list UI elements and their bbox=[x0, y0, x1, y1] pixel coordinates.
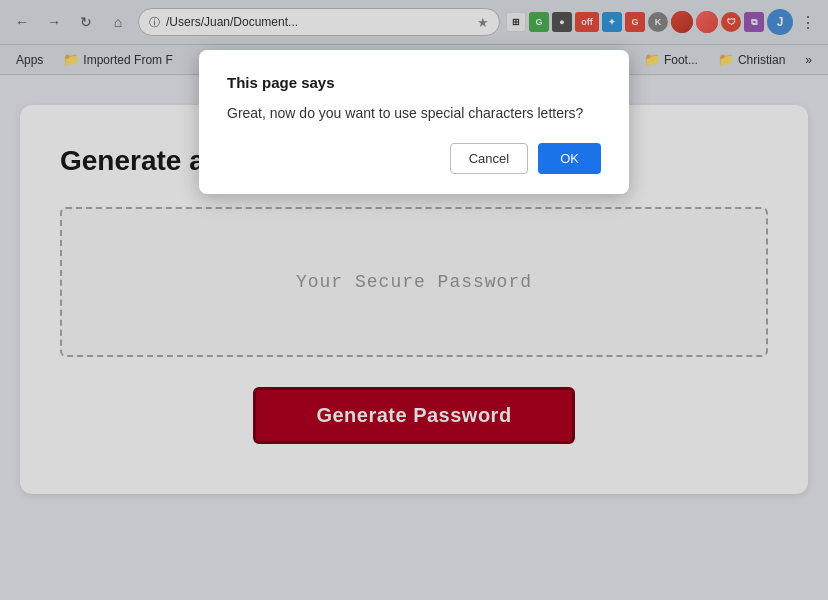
dialog-cancel-button[interactable]: Cancel bbox=[450, 143, 528, 174]
dialog-message: Great, now do you want to use special ch… bbox=[227, 105, 601, 121]
page-dialog: This page says Great, now do you want to… bbox=[199, 50, 629, 194]
dialog-overlay: This page says Great, now do you want to… bbox=[0, 0, 828, 600]
dialog-buttons: Cancel OK bbox=[227, 143, 601, 174]
dialog-title: This page says bbox=[227, 74, 601, 91]
dialog-ok-button[interactable]: OK bbox=[538, 143, 601, 174]
